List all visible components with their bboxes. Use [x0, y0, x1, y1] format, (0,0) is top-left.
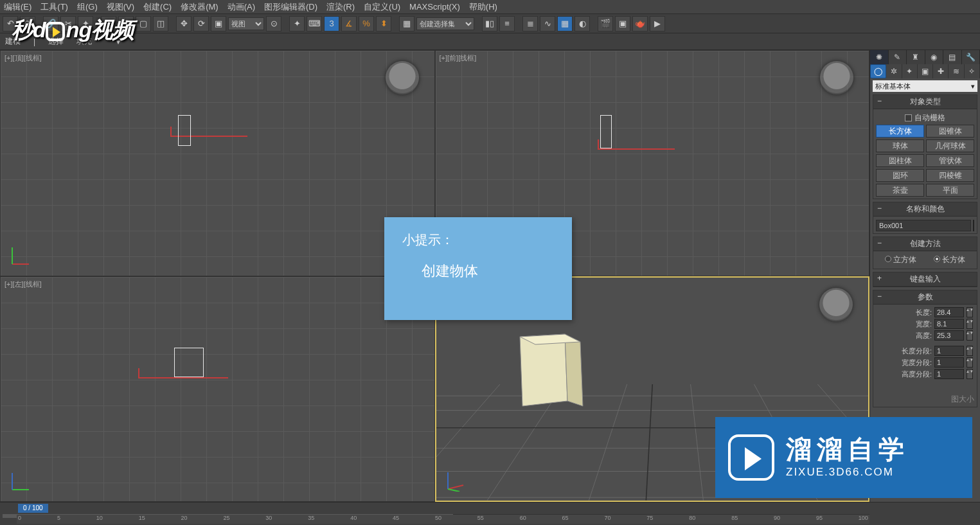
manipulate-button[interactable]: ✦	[289, 16, 305, 31]
prim-tube-button[interactable]: 管状体	[926, 154, 974, 167]
prim-pyramid-button[interactable]: 四棱锥	[926, 169, 974, 182]
angle-snap-button[interactable]: ∡	[341, 16, 357, 31]
height-segs-arrows[interactable]: ▲▼	[967, 369, 973, 379]
viewcube-persp[interactable]	[819, 288, 853, 321]
prim-geosphere-button[interactable]: 几何球体	[926, 139, 974, 152]
prim-torus-button[interactable]: 圆环	[876, 169, 924, 182]
height-spinner[interactable]: 25.3	[934, 330, 964, 341]
box-mesh[interactable]	[513, 324, 591, 420]
viewport-front-label: [+][前][线框]	[440, 53, 477, 63]
menu-maxscript[interactable]: MAXScript(X)	[409, 2, 460, 12]
autogrid-checkbox[interactable]	[905, 114, 912, 121]
prim-cone-button[interactable]: 圆锥体	[926, 125, 974, 138]
render-iterative-button[interactable]: ▶	[650, 16, 665, 31]
window-crossing-button[interactable]: ◫	[153, 16, 168, 31]
object-name-input[interactable]	[876, 220, 971, 231]
viewport-top[interactable]: [+][顶][线框]	[0, 50, 435, 276]
menu-group[interactable]: 组(G)	[77, 1, 98, 13]
menu-edit[interactable]: 编辑(E)	[4, 1, 31, 13]
prim-box-button[interactable]: 长方体	[876, 125, 924, 138]
render-setup-button[interactable]: 🎬	[598, 16, 613, 31]
tab-utilities[interactable]: 🔧	[962, 50, 981, 64]
tab-motion[interactable]: ◉	[925, 50, 944, 64]
menu-bar: 编辑(E) 工具(T) 组(G) 视图(V) 创建(C) 修改器(M) 动画(A…	[0, 0, 980, 14]
time-ruler[interactable]: 0510 152025 303540 455055 606570 758085 …	[17, 515, 869, 524]
cat-lights[interactable]: ✦	[902, 64, 918, 78]
named-selection-button[interactable]: ▦	[399, 16, 414, 31]
length-spinner-arrows[interactable]: ▲▼	[967, 307, 973, 317]
length-segs-spinner[interactable]: 1	[934, 346, 964, 356]
cat-systems[interactable]: ✧	[965, 64, 980, 78]
scale-button[interactable]: ▣	[211, 16, 226, 31]
frame-indicator[interactable]: 0 / 100	[18, 504, 48, 513]
svg-line-14	[589, 384, 627, 501]
play-icon	[46, 22, 65, 41]
prim-sphere-button[interactable]: 球体	[876, 139, 924, 152]
create-category-tabs: ◯ ✲ ✦ ▣ ✚ ≋ ✧	[870, 64, 980, 78]
command-panel-tabs: ✺ ✎ ♜ ◉ ▤ 🔧	[870, 50, 980, 64]
svg-line-25	[448, 489, 459, 492]
viewcube-top[interactable]	[386, 61, 419, 94]
height-segs-spinner[interactable]: 1	[934, 369, 964, 379]
viewcube-front[interactable]	[820, 61, 853, 94]
mirror-button[interactable]: ▮▯	[482, 16, 497, 31]
radio-box[interactable]	[934, 256, 940, 262]
width-segs-spinner[interactable]: 1	[934, 357, 964, 368]
prim-cylinder-button[interactable]: 圆柱体	[876, 154, 924, 167]
length-spinner[interactable]: 28.4	[934, 307, 964, 317]
menu-animation[interactable]: 动画(A)	[227, 1, 255, 13]
schematic-view-button[interactable]: ▦	[557, 16, 573, 31]
menu-modifiers[interactable]: 修改器(M)	[181, 1, 218, 13]
watermark-miaodong: 秒dng视频	[12, 15, 134, 45]
named-selset-dropdown[interactable]: 创建选择集	[416, 17, 474, 30]
layers-button[interactable]: ≣	[522, 16, 538, 31]
tab-display[interactable]: ▤	[943, 50, 962, 64]
cat-shapes[interactable]: ✲	[886, 64, 902, 78]
render-production-button[interactable]: 🫖	[632, 16, 648, 31]
menu-render[interactable]: 渲染(R)	[326, 1, 355, 13]
height-spinner-arrows[interactable]: ▲▼	[967, 330, 973, 341]
width-segs-arrows[interactable]: ▲▼	[967, 357, 973, 368]
cat-geometry[interactable]: ◯	[870, 64, 886, 78]
align-button[interactable]: ≡	[499, 16, 515, 31]
cat-cameras[interactable]: ▣	[918, 64, 933, 78]
curve-editor-button[interactable]: ∿	[540, 16, 555, 31]
tab-create[interactable]: ✺	[870, 50, 889, 64]
tab-hierarchy[interactable]: ♜	[907, 50, 925, 64]
select-region-button[interactable]: ▢	[136, 16, 151, 31]
menu-tools[interactable]: 工具(T)	[40, 1, 68, 13]
svg-line-19	[646, 384, 652, 501]
menu-grapheditors[interactable]: 图形编辑器(D)	[264, 1, 317, 13]
ref-coord-dropdown[interactable]: 视图	[228, 17, 264, 30]
rendered-frame-button[interactable]: ▣	[615, 16, 630, 31]
watermark-zixue-url: ZIXUE.3D66.COM	[786, 466, 909, 479]
viewport-left[interactable]: [+][左][线框]	[0, 276, 435, 503]
prim-teapot-button[interactable]: 茶壶	[876, 184, 924, 197]
cat-helpers[interactable]: ✚	[933, 64, 949, 78]
rollout-keyboard-entry-title: 键盘输入	[910, 274, 941, 283]
radio-cube[interactable]	[885, 256, 891, 262]
tab-modify[interactable]: ✎	[889, 50, 907, 64]
cat-spacewarps[interactable]: ≋	[949, 64, 964, 78]
width-spinner-arrows[interactable]: ▲▼	[967, 319, 973, 329]
keyboard-shortcut-button[interactable]: ⌨	[307, 16, 322, 31]
width-spinner[interactable]: 8.1	[934, 319, 964, 329]
rotate-button[interactable]: ⟳	[193, 16, 209, 31]
prim-plane-button[interactable]: 平面	[926, 184, 974, 197]
menu-views[interactable]: 视图(V)	[107, 1, 134, 13]
pivot-button[interactable]: ⊙	[266, 16, 281, 31]
percent-snap-button[interactable]: %	[359, 16, 374, 31]
main-toolbar: ↶ ↷ 🔗 ✂ ✦ ▭ ☰ ▢ ◫ ✥ ⟳ ▣ 视图 ⊙ ✦ ⌨ 3 ∡ % ⬍…	[0, 14, 980, 33]
length-segs-arrows[interactable]: ▲▼	[967, 346, 973, 356]
material-editor-button[interactable]: ◐	[575, 16, 590, 31]
primitive-set-dropdown[interactable]: 标准基本体▾	[873, 80, 977, 92]
object-color-swatch[interactable]	[973, 220, 974, 231]
move-button[interactable]: ✥	[176, 16, 192, 31]
rollout-name-color-title: 名称和颜色	[906, 204, 945, 213]
snap-toggle-button[interactable]: 3	[324, 16, 339, 31]
menu-create[interactable]: 创建(C)	[143, 1, 172, 13]
menu-help[interactable]: 帮助(H)	[469, 1, 497, 13]
rollout-keyboard-entry: +键盘输入	[873, 272, 977, 287]
spinner-snap-button[interactable]: ⬍	[376, 16, 391, 31]
menu-customize[interactable]: 自定义(U)	[364, 1, 400, 13]
